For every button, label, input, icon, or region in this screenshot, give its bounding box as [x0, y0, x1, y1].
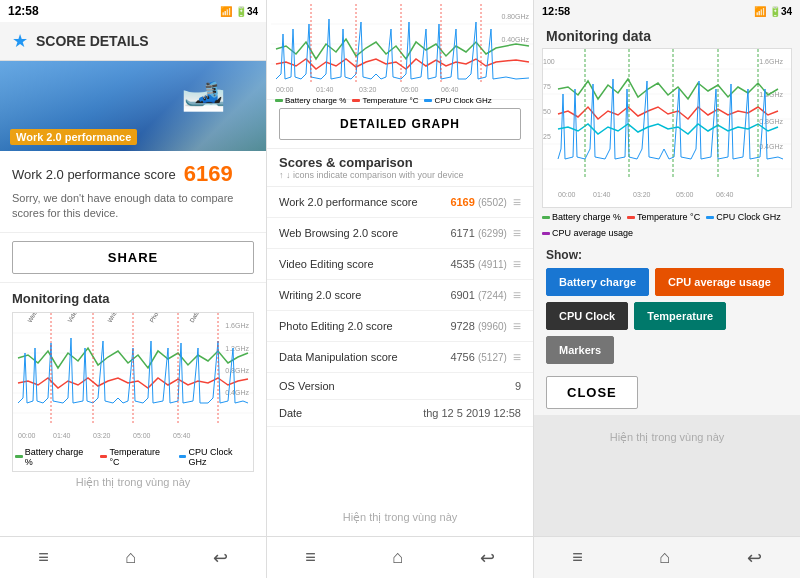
row-value: thg 12 5 2019 12:58	[423, 407, 521, 419]
row-label: Work 2.0 performance score	[279, 196, 450, 208]
right-panel: 12:58 📶 🔋34 Monitoring data 100 75 50 25…	[534, 0, 800, 578]
row-value: 9728 (9960)	[450, 320, 506, 332]
row-highlight: 6169	[450, 196, 474, 208]
svg-text:03:20: 03:20	[359, 86, 377, 93]
legend-cpu: CPU Clock GHz	[179, 447, 251, 467]
svg-text:1.2GHz: 1.2GHz	[225, 345, 249, 352]
score-number: 6169	[184, 161, 233, 187]
back-icon[interactable]: ↩	[480, 547, 495, 569]
left-chart-legend: Battery charge % Temperature °C CPU Cloc…	[13, 443, 253, 471]
cpu-average-usage-button[interactable]: CPU average usage	[655, 268, 784, 296]
home-icon[interactable]: ⌂	[392, 547, 403, 568]
right-chart-legend: Battery charge % Temperature °C CPU Cloc…	[534, 208, 800, 242]
scores-comparison-subtitle: ↑ ↓ icons indicate comparison with your …	[279, 170, 521, 180]
score-section: Work 2.0 performance score 6169 Sorry, w…	[0, 151, 266, 233]
left-chart-svg: 1.6GHz 1.2GHz 0.8GHz 0.4GHz 00:00 01:40	[13, 313, 254, 443]
table-row: OS Version 9	[267, 373, 533, 400]
row-value: 6169 (6502)	[450, 196, 506, 208]
back-icon[interactable]: ↩	[747, 547, 762, 569]
show-section: Show: Battery charge CPU average usage C…	[534, 242, 800, 370]
svg-text:100: 100	[543, 58, 555, 65]
show-buttons: Battery charge CPU average usage CPU Clo…	[546, 268, 788, 364]
share-button[interactable]: SHARE	[12, 241, 254, 274]
legend-cpu-label: CPU Clock GHz	[188, 447, 251, 467]
svg-text:75: 75	[543, 83, 551, 90]
middle-chart-svg: 0.80GHz 0.40GHz 00:00 01:40 03:20 05:00 …	[271, 4, 534, 94]
svg-text:1.6GHz: 1.6GHz	[759, 58, 783, 65]
row-highlight: 6171	[450, 227, 474, 239]
row-highlight: 4756	[450, 351, 474, 363]
svg-text:Video Editing: Video Editing	[67, 313, 90, 324]
right-chart-svg: 100 75 50 25 1.6GHz 1.2GHz 0.8GHz 0.4GHz…	[543, 49, 791, 204]
bar-icon: ≡	[513, 194, 521, 210]
home-icon[interactable]: ⌂	[659, 547, 670, 568]
table-row: Writing 2.0 score 6901 (7244) ≡	[267, 280, 533, 311]
legend-temp-label: Temperature °C	[109, 447, 170, 467]
row-value: 4535 (4911)	[450, 258, 506, 270]
menu-icon[interactable]: ≡	[572, 547, 583, 568]
bar-icon: ≡	[513, 349, 521, 365]
star-icon: ★	[12, 30, 28, 52]
wifi-icon: 📶	[220, 6, 232, 17]
scores-comparison-title: Scores & comparison	[279, 155, 521, 170]
svg-text:03:20: 03:20	[93, 432, 111, 439]
detailed-graph-button[interactable]: DETAILED GRAPH	[279, 108, 521, 140]
score-table: Work 2.0 performance score 6169 (6502) ≡…	[267, 187, 533, 499]
legend-cpu-avg-label: CPU average usage	[552, 228, 633, 238]
legend-temp-label: Temperature °C	[637, 212, 700, 222]
svg-text:01:40: 01:40	[53, 432, 71, 439]
scores-comparison: Scores & comparison ↑ ↓ icons indicate c…	[267, 149, 533, 187]
middle-panel: 0.80GHz 0.40GHz 00:00 01:40 03:20 05:00 …	[267, 0, 534, 578]
row-comparison: (6299)	[478, 228, 507, 239]
row-value: 6901 (7244)	[450, 289, 506, 301]
left-panel: 12:58 📶 🔋34 ★ SCORE DETAILS 🎿 Work 2.0 p…	[0, 0, 267, 578]
battery-icon: 🔋34	[235, 6, 258, 17]
svg-text:0.4GHz: 0.4GHz	[759, 143, 783, 150]
right-battery-icon: 🔋34	[769, 6, 792, 17]
temperature-button[interactable]: Temperature	[634, 302, 726, 330]
svg-text:00:00: 00:00	[558, 191, 576, 198]
table-row: Work 2.0 performance score 6169 (6502) ≡	[267, 187, 533, 218]
back-icon[interactable]: ↩	[213, 547, 228, 569]
right-status-icons: 📶 🔋34	[754, 6, 792, 17]
show-label: Show:	[546, 248, 788, 262]
table-row: Photo Editing 2.0 score 9728 (9960) ≡	[267, 311, 533, 342]
svg-text:05:00: 05:00	[676, 191, 694, 198]
bar-icon: ≡	[513, 318, 521, 334]
middle-chart-area: 0.80GHz 0.40GHz 00:00 01:40 03:20 05:00 …	[267, 0, 533, 100]
left-chart-area: 1.6GHz 1.2GHz 0.8GHz 0.4GHz 00:00 01:40	[12, 312, 254, 472]
row-label: Web Browsing 2.0 score	[279, 227, 450, 239]
svg-text:0.40GHz: 0.40GHz	[501, 36, 529, 43]
right-status-bar: 12:58 📶 🔋34	[534, 0, 800, 22]
left-display-hint: Hiện thị trong vùng này	[12, 472, 254, 493]
home-icon[interactable]: ⌂	[125, 547, 136, 568]
right-bottom-area: Hiện thị trong vùng này	[534, 415, 800, 536]
svg-text:50: 50	[543, 108, 551, 115]
cpu-clock-button[interactable]: CPU Clock	[546, 302, 628, 330]
middle-display-hint: Hiện thị trong vùng này	[267, 499, 533, 536]
left-status-bar: 12:58 📶 🔋34	[0, 0, 266, 22]
svg-text:06:40: 06:40	[716, 191, 734, 198]
menu-icon[interactable]: ≡	[305, 547, 316, 568]
battery-charge-button[interactable]: Battery charge	[546, 268, 649, 296]
svg-text:1.2GHz: 1.2GHz	[759, 91, 783, 98]
legend-battery-label: Battery charge %	[25, 447, 92, 467]
legend-cpu-clock-label: CPU Clock GHz	[716, 212, 781, 222]
row-comparison: (4911)	[478, 259, 507, 270]
svg-text:01:40: 01:40	[593, 191, 611, 198]
row-comparison: (9960)	[478, 321, 507, 332]
score-header-title: SCORE DETAILS	[36, 33, 149, 49]
menu-icon[interactable]: ≡	[38, 547, 49, 568]
left-bottom-nav: ≡ ⌂ ↩	[0, 536, 266, 578]
svg-text:00:00: 00:00	[276, 86, 294, 93]
bar-icon: ≡	[513, 287, 521, 303]
row-comparison: (5127)	[478, 352, 507, 363]
row-label: Photo Editing 2.0 score	[279, 320, 450, 332]
bar-icon: ≡	[513, 256, 521, 272]
bar-icon: ≡	[513, 225, 521, 241]
svg-text:05:40: 05:40	[173, 432, 191, 439]
row-label: OS Version	[279, 380, 515, 392]
close-button[interactable]: CLOSE	[546, 376, 638, 409]
markers-button[interactable]: Markers	[546, 336, 614, 364]
svg-text:06:40: 06:40	[441, 86, 459, 93]
